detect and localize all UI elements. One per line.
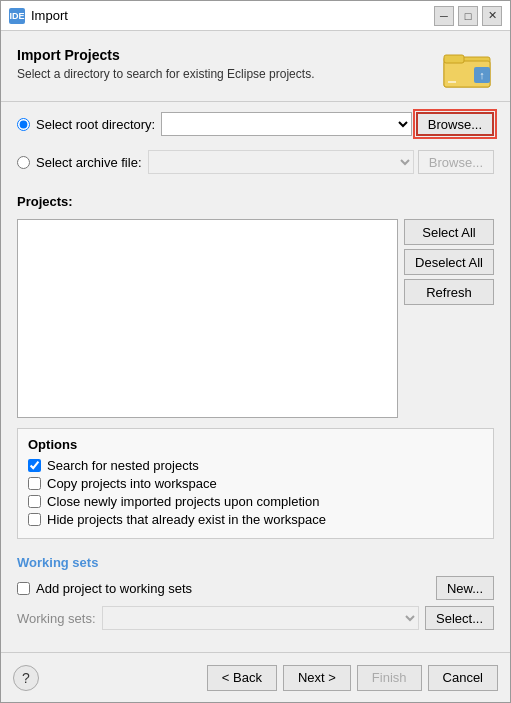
next-button[interactable]: Next > — [283, 665, 351, 691]
projects-label: Projects: — [17, 194, 494, 209]
main-window: IDE Import ─ □ ✕ Import Projects Select … — [0, 0, 511, 703]
select-root-radio[interactable] — [17, 118, 30, 131]
working-sets-label: Working sets: — [17, 611, 96, 626]
checkbox-hide-existing[interactable] — [28, 513, 41, 526]
deselect-all-button[interactable]: Deselect All — [404, 249, 494, 275]
working-sets-add-row: Add project to working sets New... — [17, 576, 494, 600]
checkbox-close-imported-label[interactable]: Close newly imported projects upon compl… — [47, 494, 319, 509]
app-icon: IDE — [9, 8, 25, 24]
checkbox-nested-projects[interactable] — [28, 459, 41, 472]
cancel-button[interactable]: Cancel — [428, 665, 498, 691]
add-to-working-sets-label[interactable]: Add project to working sets — [36, 581, 192, 596]
svg-rect-3 — [448, 81, 456, 83]
projects-list[interactable] — [17, 219, 398, 418]
options-title: Options — [28, 437, 483, 452]
close-button[interactable]: ✕ — [482, 6, 502, 26]
select-root-label[interactable]: Select root directory: — [36, 117, 155, 132]
minimize-button[interactable]: ─ — [434, 6, 454, 26]
title-bar: IDE Import ─ □ ✕ — [1, 1, 510, 31]
select-archive-row: Select archive file: Browse... — [17, 150, 494, 174]
browse-archive-button: Browse... — [418, 150, 494, 174]
checkbox-row-3: Hide projects that already exist in the … — [28, 512, 483, 527]
header-section: Import Projects Select a directory to se… — [17, 47, 494, 91]
folder-icon: ↑ — [442, 47, 494, 91]
working-sets-input-row: Working sets: Select... — [17, 606, 494, 630]
select-archive-label[interactable]: Select archive file: — [36, 155, 142, 170]
working-sets-combo[interactable] — [102, 606, 420, 630]
help-button[interactable]: ? — [13, 665, 39, 691]
svg-rect-2 — [444, 55, 464, 63]
finish-button: Finish — [357, 665, 422, 691]
options-section: Options Search for nested projects Copy … — [17, 428, 494, 539]
select-all-button[interactable]: Select All — [404, 219, 494, 245]
checkbox-row-0: Search for nested projects — [28, 458, 483, 473]
select-root-row: Select root directory: Browse... — [17, 112, 494, 136]
window-controls: ─ □ ✕ — [434, 6, 502, 26]
checkbox-hide-existing-label[interactable]: Hide projects that already exist in the … — [47, 512, 326, 527]
bottom-bar: ? < Back Next > Finish Cancel — [1, 652, 510, 702]
root-directory-combo[interactable] — [161, 112, 412, 136]
header-separator — [1, 101, 510, 102]
projects-section: Select All Deselect All Refresh — [17, 219, 494, 418]
checkbox-row-1: Copy projects into workspace — [28, 476, 483, 491]
working-sets-section: Working sets Add project to working sets… — [17, 549, 494, 636]
new-working-set-button[interactable]: New... — [436, 576, 494, 600]
maximize-button[interactable]: □ — [458, 6, 478, 26]
checkbox-row-2: Close newly imported projects upon compl… — [28, 494, 483, 509]
archive-file-combo[interactable] — [148, 150, 414, 174]
main-content: Import Projects Select a directory to se… — [1, 31, 510, 652]
header-text: Import Projects Select a directory to se… — [17, 47, 314, 81]
checkbox-add-to-working-sets[interactable] — [17, 582, 30, 595]
browse-root-button[interactable]: Browse... — [416, 112, 494, 136]
checkbox-close-imported[interactable] — [28, 495, 41, 508]
checkbox-copy-projects[interactable] — [28, 477, 41, 490]
back-button[interactable]: < Back — [207, 665, 277, 691]
svg-text:↑: ↑ — [479, 69, 485, 81]
page-title: Import Projects — [17, 47, 314, 63]
projects-buttons: Select All Deselect All Refresh — [404, 219, 494, 418]
window-title: Import — [31, 8, 428, 23]
checkbox-copy-projects-label[interactable]: Copy projects into workspace — [47, 476, 217, 491]
working-sets-title: Working sets — [17, 555, 494, 570]
select-working-set-button[interactable]: Select... — [425, 606, 494, 630]
checkbox-nested-projects-label[interactable]: Search for nested projects — [47, 458, 199, 473]
refresh-button[interactable]: Refresh — [404, 279, 494, 305]
select-archive-radio[interactable] — [17, 156, 30, 169]
page-subtitle: Select a directory to search for existin… — [17, 67, 314, 81]
